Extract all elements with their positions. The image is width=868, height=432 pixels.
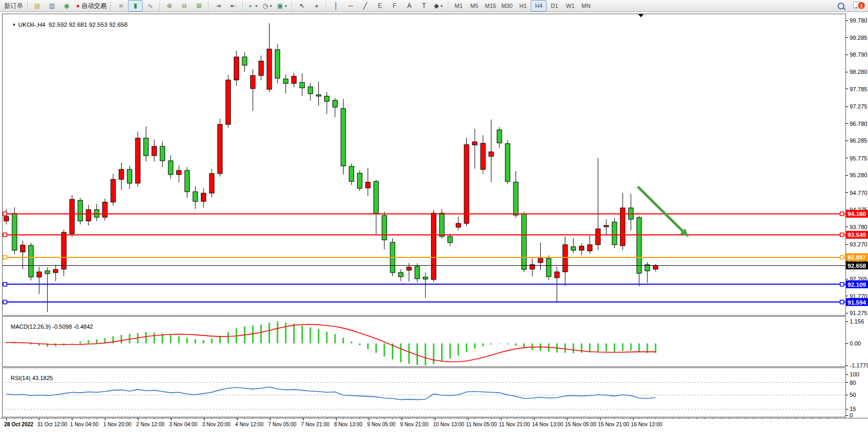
candle	[423, 277, 428, 279]
toolbar-separator	[448, 2, 448, 10]
candle	[579, 246, 584, 250]
quotes-window-icon[interactable]: ▤	[30, 0, 45, 12]
time-axis-label: 15 Nov 05:00	[565, 422, 596, 427]
shapes-icon[interactable]: ◆▼	[431, 0, 446, 12]
candle	[333, 100, 337, 107]
equidistant-channel-icon[interactable]: E	[372, 0, 387, 12]
macd-panel	[2, 316, 845, 366]
tf-m15-button[interactable]: M15	[482, 0, 498, 12]
candlestick-chart-icon[interactable]: ▮	[128, 0, 143, 12]
line-anchor-handle[interactable]	[840, 233, 844, 236]
crosshair-icon[interactable]: ＋	[309, 0, 324, 12]
periods-icon[interactable]: ◷▼	[260, 0, 275, 12]
new-chart-icon[interactable]: ＋▼	[245, 0, 260, 12]
tf-d1-button[interactable]: D1	[546, 0, 562, 12]
candle	[152, 146, 157, 156]
candle	[292, 76, 296, 83]
line-anchor-handle[interactable]	[840, 255, 844, 259]
time-axis-label: 8 Nov 13:00	[334, 422, 362, 427]
new-order-button[interactable]: 新订单	[2, 0, 25, 12]
candle	[185, 170, 189, 192]
navigator-icon[interactable]: ◉	[59, 0, 74, 12]
candle	[251, 75, 255, 89]
tf-m30-button[interactable]: M30	[499, 0, 515, 12]
candle	[505, 144, 510, 181]
line-chart-icon[interactable]: ∿	[143, 0, 157, 12]
tf-h1-button[interactable]: H1	[515, 0, 531, 12]
rsi-axis-label: 100	[850, 371, 859, 377]
candle	[300, 82, 305, 88]
candle	[160, 146, 165, 161]
tf-w1-button-label: W1	[566, 3, 575, 9]
candle	[341, 109, 346, 166]
macd-axis-label: 1.156	[850, 318, 864, 325]
zoom-in-icon[interactable]: ⊕	[162, 0, 177, 12]
chart-menu-arrow-icon[interactable]: ▼	[12, 23, 16, 27]
vertical-line-icon: │	[334, 3, 338, 9]
candle	[53, 269, 58, 273]
candle	[103, 202, 108, 217]
line-anchor-handle[interactable]	[3, 283, 7, 286]
line-anchor-handle[interactable]	[3, 233, 7, 236]
line-anchor-handle[interactable]	[840, 212, 844, 215]
dropdown-caret-icon[interactable]: ▼	[440, 4, 444, 8]
candle	[135, 138, 140, 183]
price-level-badge-text: 92.658	[848, 263, 866, 269]
auto-scroll-icon[interactable]: ⇥	[211, 0, 226, 12]
time-axis-label: 9 Nov 21:00	[400, 422, 428, 427]
tf-h4-button[interactable]: H4	[531, 0, 546, 12]
vertical-line-icon[interactable]: │	[328, 0, 343, 12]
dropdown-caret-icon[interactable]: ▼	[254, 4, 258, 8]
candle	[399, 273, 403, 277]
dropdown-caret-icon[interactable]: ▼	[284, 4, 288, 8]
candle	[111, 179, 115, 202]
text-label-icon[interactable]: T	[416, 0, 431, 12]
horizontal-line-icon[interactable]: ─	[343, 0, 358, 12]
text-icon[interactable]: A	[402, 0, 416, 12]
line-anchor-handle[interactable]	[3, 212, 7, 215]
auto-trading-button[interactable]: ●自动交易	[74, 0, 109, 12]
candle	[464, 145, 469, 223]
toolbar-separator	[27, 2, 28, 10]
candle	[308, 87, 313, 94]
rsi-axis-label: 0	[850, 412, 853, 418]
notifications-chat-icon[interactable]: 1	[853, 1, 862, 10]
chart-shift-icon[interactable]: ⇤	[226, 0, 240, 12]
fibonacci-icon[interactable]: F	[387, 0, 402, 12]
line-anchor-handle[interactable]	[840, 300, 844, 304]
tf-d1-button-label: D1	[551, 3, 558, 9]
text-icon: A	[407, 3, 411, 9]
trendline-icon[interactable]: ╱	[358, 0, 372, 12]
tf-m1-button[interactable]: M1	[451, 0, 466, 12]
price-axis-label: 99.285	[850, 35, 867, 41]
price-axis-label: 98.280	[850, 69, 867, 75]
time-axis-label: 10 Nov 13:00	[433, 422, 465, 427]
tf-w1-button[interactable]: W1	[562, 0, 578, 12]
market-watch-icon: ▥	[49, 3, 55, 9]
line-anchor-handle[interactable]	[3, 255, 7, 259]
macd-axis-label: 0.00	[850, 340, 861, 347]
search-icon[interactable]	[833, 0, 848, 12]
line-anchor-handle[interactable]	[3, 300, 7, 304]
candle	[4, 217, 9, 221]
candle	[61, 232, 66, 269]
bar-chart-icon[interactable]: ≡	[113, 0, 128, 12]
new-chart-icon: ＋	[247, 3, 253, 9]
templates-icon[interactable]: ▣▼	[275, 0, 290, 12]
rsi-axis-label: 80	[850, 380, 856, 386]
price-axis-label: 93.270	[850, 241, 867, 247]
tf-mn-button[interactable]: MN	[578, 0, 594, 12]
candle	[497, 130, 502, 143]
zoom-out-icon: ⊖	[181, 3, 187, 9]
tile-windows-icon[interactable]: ⊞	[191, 0, 206, 12]
periods-icon: ◷	[262, 3, 267, 9]
candle	[406, 267, 411, 270]
line-anchor-handle[interactable]	[840, 283, 844, 286]
time-axis-label: 2 Nov 12:00	[136, 422, 165, 427]
market-watch-icon[interactable]: ▥	[45, 0, 59, 12]
dropdown-caret-icon[interactable]: ▼	[269, 4, 273, 8]
rsi-axis-label: 50	[850, 392, 856, 398]
tf-m5-button[interactable]: M5	[466, 0, 482, 12]
zoom-out-icon[interactable]: ⊖	[177, 0, 191, 12]
cursor-icon[interactable]: ↖	[294, 0, 309, 12]
